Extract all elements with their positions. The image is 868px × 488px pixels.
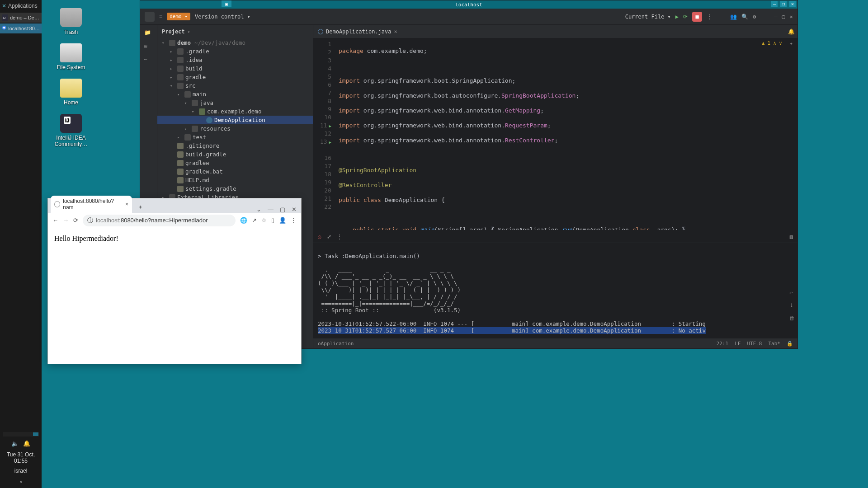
run-config-selector[interactable]: Current File ▾ <box>625 14 671 20</box>
reload-button[interactable]: ⟳ <box>73 217 78 224</box>
window-titlebar[interactable]: ▣ localhost — ❐ ✕ <box>140 0 797 9</box>
profile-icon[interactable]: 👤 <box>279 217 286 224</box>
clear-icon[interactable]: 🗑 <box>789 315 795 321</box>
tree-item-selected[interactable]: DemoApplication <box>157 116 313 124</box>
forward-button[interactable]: → <box>63 217 69 224</box>
tree-item[interactable]: ▸.gradle <box>157 47 313 56</box>
user-label[interactable]: israel <box>0 466 42 479</box>
project-widget-icon[interactable] <box>145 12 155 22</box>
exit-icon[interactable]: ⤢ <box>327 234 331 240</box>
soft-wrap-icon[interactable]: ↩ <box>789 290 795 296</box>
vcs-widget[interactable]: Version control ▾ <box>195 14 250 20</box>
back-button[interactable]: ← <box>52 217 58 224</box>
structure-tool-icon[interactable]: ⊞ <box>144 43 153 50</box>
editor-tab[interactable]: DemoApplication.java × <box>318 28 397 35</box>
bookmark-icon[interactable]: ☆ <box>261 217 267 224</box>
translate-icon[interactable]: 🌐 <box>240 217 247 224</box>
window-minimize-icon[interactable]: — <box>266 206 275 213</box>
applications-menu-button[interactable]: Applications <box>0 0 42 12</box>
line-separator[interactable]: LF <box>735 341 741 347</box>
ide-status-bar: oApplication 22:1 LF UTF-8 Tab* 🔒 <box>313 338 797 348</box>
run-tool-window: ⦸ ⤢ ⋮ ▥ > Task :DemoApplication.main() .… <box>313 230 797 338</box>
tree-item[interactable]: .gitignore <box>157 141 313 150</box>
inspections-widget[interactable]: 1∧ ∨ <box>762 40 782 46</box>
window-maximize-icon[interactable]: ❐ <box>780 1 787 7</box>
share-icon[interactable]: ↗ <box>252 217 257 224</box>
ai-assist-icon[interactable]: ✦ <box>789 40 793 47</box>
layout-icon[interactable]: ▥ <box>790 234 793 240</box>
tree-item[interactable]: ▾src <box>157 81 313 90</box>
tree-item[interactable]: ▾main <box>157 90 313 99</box>
scroll-to-end-icon[interactable]: ⤓ <box>789 302 795 309</box>
tree-item[interactable]: ▾com.example.demo <box>157 107 313 116</box>
code-editor[interactable]: 1∧ ∨ 1234567891011121316171819202122 pac… <box>313 38 797 230</box>
titlebar-tab-icon: ▣ <box>222 0 231 7</box>
project-panel-header[interactable]: Project <box>157 25 313 38</box>
tree-item[interactable]: gradlew <box>157 159 313 167</box>
hamburger-icon[interactable]: ≡ <box>159 14 162 20</box>
taskbar-item-intellij[interactable]: IJ demo – De… <box>0 13 42 23</box>
tree-item[interactable]: ▾java <box>157 99 313 107</box>
ide-close-icon[interactable]: ✕ <box>790 14 793 20</box>
tree-root[interactable]: ▾demo~/Dev/java/demo <box>157 38 313 47</box>
settings-icon[interactable]: ⚙ <box>753 14 756 20</box>
more-tools-icon[interactable]: ⋯ <box>144 56 153 64</box>
run-icon[interactable]: ▶ <box>675 14 679 20</box>
tree-item[interactable]: ▸build <box>157 64 313 73</box>
tree-item[interactable]: gradlew.bat <box>157 167 313 176</box>
tree-item[interactable]: settings.gradle <box>157 184 313 193</box>
show-desktop-icon[interactable]: ▫ <box>0 479 42 488</box>
desktop-icon-trash[interactable]: Trash <box>46 8 96 35</box>
new-tab-button[interactable]: ＋ <box>135 201 146 213</box>
site-info-icon[interactable]: ⓘ <box>87 216 93 225</box>
ide-minimize-icon[interactable]: — <box>774 14 777 20</box>
caret-position[interactable]: 22:1 <box>717 341 729 347</box>
file-encoding[interactable]: UTF-8 <box>747 341 762 347</box>
desktop-icon-filesystem[interactable]: File System <box>46 43 96 70</box>
close-tab-icon[interactable]: × <box>125 201 128 207</box>
window-close-icon[interactable]: ✕ <box>789 1 796 7</box>
tree-item[interactable]: ▸test <box>157 133 313 141</box>
indent-widget[interactable]: Tab* <box>769 341 781 347</box>
run-console[interactable]: > Task :DemoApplication.main() . ____ _ … <box>313 243 797 338</box>
tree-item[interactable]: HELP.md <box>157 176 313 184</box>
workspace-indicator[interactable] <box>3 432 39 436</box>
close-tab-icon[interactable]: × <box>394 28 397 35</box>
code-content[interactable]: package com.example.demo; import org.spr… <box>335 38 797 230</box>
tree-item[interactable]: ▸gradle <box>157 73 313 81</box>
desktop-icon-home[interactable]: Home <box>46 79 96 106</box>
notifications-icon[interactable]: 🔔 <box>23 440 30 447</box>
notifications-tool-icon[interactable]: 🔔 <box>788 28 795 35</box>
readonly-lock-icon[interactable]: 🔒 <box>787 341 793 347</box>
search-icon[interactable]: 🔍 <box>741 14 748 20</box>
window-close-icon[interactable]: ✕ <box>290 206 298 213</box>
source-folder-icon <box>192 100 198 106</box>
stop-process-icon[interactable]: ⦸ <box>318 234 321 240</box>
window-maximize-icon[interactable]: ▢ <box>278 206 287 213</box>
stop-button[interactable]: ■ <box>692 12 702 22</box>
more-icon[interactable]: ⋮ <box>707 14 712 20</box>
window-minimize-icon[interactable]: — <box>771 1 778 7</box>
folder-icon <box>177 83 184 89</box>
tree-item[interactable]: ▸.idea <box>157 56 313 64</box>
debug-icon[interactable]: ⟳ <box>683 14 688 20</box>
tree-item[interactable]: build.gradle <box>157 150 313 159</box>
menu-icon[interactable]: ⋮ <box>291 217 297 224</box>
tree-item[interactable]: ▸resources <box>157 124 313 133</box>
taskbar-item-chrome[interactable]: localhost:80… <box>0 23 42 33</box>
project-name-badge[interactable]: demo ▾ <box>167 13 190 20</box>
warning-icon <box>762 40 765 46</box>
desktop-icon-intellij[interactable]: IntelliJ IDEA Community… <box>46 114 96 147</box>
address-bar[interactable]: ⓘ localhost:8080/hello?name=Hipermediado… <box>83 215 236 226</box>
ide-maximize-icon[interactable]: ▢ <box>782 14 785 20</box>
code-with-me-icon[interactable]: 👥 <box>730 14 737 20</box>
project-tool-icon[interactable]: 📁 <box>144 29 153 37</box>
gradle-file-icon <box>177 151 184 158</box>
volume-icon[interactable]: 🔈 <box>11 440 19 447</box>
chevron-down-icon[interactable]: ⌄ <box>255 206 263 213</box>
sidepanel-icon[interactable]: ▯ <box>271 217 274 224</box>
more-icon[interactable]: ⋮ <box>337 234 342 240</box>
browser-tab[interactable]: localhost:8080/hello?nam × <box>51 196 132 213</box>
chrome-icon <box>2 25 6 32</box>
clock[interactable]: Tue 31 Oct, 01:55 <box>0 450 42 466</box>
